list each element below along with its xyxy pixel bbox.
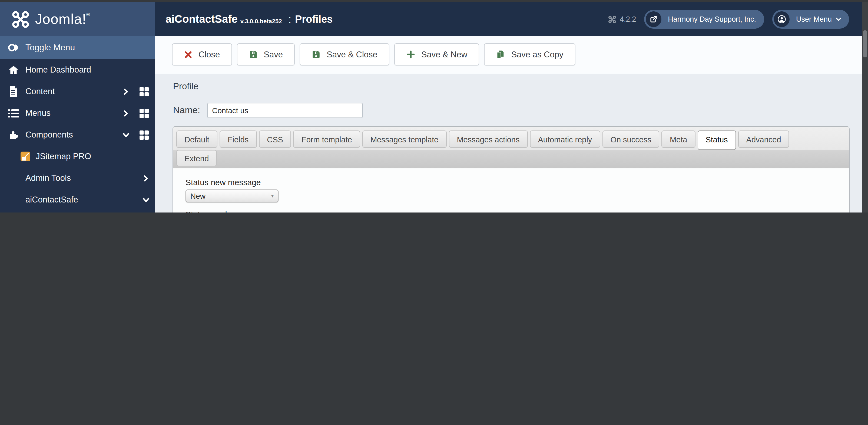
sidebar-item-label: Content — [25, 87, 55, 96]
chevron-down-icon[interactable] — [142, 196, 150, 204]
toolbar: Close Save Save & Close Save & New — [172, 43, 575, 65]
name-label: Name: — [173, 105, 200, 116]
button-label: Close — [198, 50, 220, 59]
tab-default[interactable]: Default — [176, 131, 217, 148]
status-new-select[interactable]: New ▾ — [186, 190, 279, 202]
user-menu-button[interactable]: User Menu — [772, 10, 849, 29]
sidebar-item-label: Components — [25, 130, 73, 140]
tab-automatic-reply[interactable]: Automatic reply — [530, 131, 600, 148]
page-heading: aiContactSafe v.3.0.0.beta252 : Profiles — [165, 2, 333, 36]
joomla-wordmark: Joomla!® — [35, 11, 90, 28]
home-icon — [7, 64, 20, 76]
tab-advanced[interactable]: Advanced — [738, 131, 789, 148]
sidebar-item-content[interactable]: Content — [0, 81, 155, 102]
user-menu-label: User Menu — [791, 15, 835, 23]
chevron-down-icon[interactable] — [122, 131, 130, 139]
sidebar-item-aicontactsafe[interactable]: aiContactSafe — [0, 189, 155, 210]
field-label: Status new message — [186, 177, 849, 187]
button-label: Save & Close — [327, 50, 377, 59]
toggle-menu-icon — [7, 42, 20, 54]
sidebar-item-dashboard[interactable]: Dashboard — [0, 210, 155, 213]
sidebar-item-components[interactable]: Components — [0, 124, 155, 146]
toggle-menu-button[interactable]: Toggle Menu — [0, 36, 155, 59]
tab-meta[interactable]: Meta — [662, 131, 695, 148]
sidebar-item-home-dashboard[interactable]: Home Dashboard — [0, 59, 155, 81]
save-close-button[interactable]: Save & Close — [300, 43, 390, 65]
tab-form-template[interactable]: Form template — [293, 131, 360, 148]
joomla-version-icon — [608, 15, 617, 24]
sidebar-item-label: Home Dashboard — [25, 65, 91, 75]
save-icon — [248, 50, 258, 59]
sidebar-item-label: Menus — [25, 108, 51, 118]
close-button[interactable]: Close — [172, 43, 232, 65]
tab-css[interactable]: CSS — [259, 131, 291, 148]
grid-icon[interactable] — [140, 130, 149, 139]
grid-icon[interactable] — [140, 109, 149, 118]
button-label: Save as Copy — [511, 50, 563, 59]
name-input[interactable] — [207, 103, 363, 118]
chevron-right-icon[interactable] — [142, 175, 149, 182]
name-row: Name: — [173, 103, 363, 118]
preview-site-button[interactable]: Harmony Day Support, Inc. — [644, 10, 764, 29]
select-arrow-icon: ▾ — [271, 193, 274, 199]
sidebar: Toggle Menu Home Dashboard Content — [0, 36, 155, 213]
sidebar-item-label: aiContactSafe — [25, 195, 78, 205]
scrollbar[interactable] — [862, 0, 868, 213]
sidebar-item-jsitemap-pro[interactable]: JSitemap PRO — [0, 146, 155, 167]
sidebar-item-admin-tools[interactable]: Admin Tools — [0, 167, 155, 189]
tab-row-1: Default Fields CSS Form template Message… — [176, 131, 846, 148]
save-new-button[interactable]: Save & New — [394, 43, 479, 65]
save-as-copy-button[interactable]: Save as Copy — [484, 43, 575, 65]
tab-messages-actions[interactable]: Messages actions — [448, 131, 528, 148]
top-header: Joomla!® aiContactSafe v.3.0.0.beta252 :… — [0, 2, 862, 36]
tab-extend[interactable]: Extend — [176, 150, 217, 166]
toolbar-zone: Close Save Save & Close Save & New — [155, 36, 862, 74]
browser-top-edge — [0, 0, 868, 2]
field-status-new: Status new message New ▾ — [186, 177, 849, 202]
scrollbar-thumb[interactable] — [863, 30, 867, 57]
tab-messages-template[interactable]: Messages template — [362, 131, 446, 148]
button-label: Save & New — [421, 50, 468, 59]
user-icon — [774, 11, 789, 27]
app-version: v.3.0.0.beta252 — [240, 18, 282, 24]
button-label: Save — [264, 50, 283, 59]
save-icon — [311, 50, 321, 59]
joomla-logo: Joomla!® — [0, 2, 155, 36]
chevron-right-icon[interactable] — [122, 88, 129, 95]
save-button[interactable]: Save — [237, 43, 295, 65]
list-icon — [7, 107, 20, 119]
toggle-menu-label: Toggle Menu — [25, 43, 75, 53]
sidebar-item-label: JSitemap PRO — [36, 151, 91, 161]
page-title: Profiles — [295, 13, 333, 25]
sidebar-item-menus[interactable]: Menus — [0, 102, 155, 124]
joomla-mark-icon — [11, 9, 30, 29]
copy-icon — [496, 50, 505, 59]
plus-icon — [406, 50, 415, 59]
select-value: New — [190, 192, 206, 200]
file-icon — [7, 86, 20, 97]
joomla-version-text: 4.2.2 — [620, 15, 636, 23]
site-name-label: Harmony Day Support, Inc. — [663, 15, 764, 23]
puzzle-icon — [7, 129, 20, 141]
tab-strip: Default Fields CSS Form template Message… — [173, 127, 849, 168]
main-content: Profile Name: Default Fields CSS Form te… — [155, 74, 862, 213]
tab-status[interactable]: Status — [698, 131, 736, 150]
chevron-down-icon — [835, 16, 842, 23]
close-icon — [184, 50, 192, 59]
external-link-icon — [646, 11, 661, 27]
field-status-read: Status read message Read ▾ — [186, 209, 849, 213]
joomla-version: 4.2.2 — [608, 15, 636, 24]
tab-on-success[interactable]: On success — [602, 131, 659, 148]
tab-fields[interactable]: Fields — [220, 131, 257, 148]
app-window: Joomla!® aiContactSafe v.3.0.0.beta252 :… — [0, 0, 868, 213]
profile-panel: Default Fields CSS Form template Message… — [173, 126, 849, 213]
title-separator: : — [288, 13, 291, 25]
jsitemap-icon — [21, 151, 30, 161]
chevron-right-icon[interactable] — [122, 110, 129, 117]
section-title: Profile — [173, 81, 198, 91]
grid-icon[interactable] — [140, 87, 149, 96]
status-tab-panel: Status new message New ▾ Status read mes… — [173, 168, 849, 213]
app-title: aiContactSafe — [165, 13, 238, 25]
tab-row-2: Extend — [173, 150, 849, 168]
header-actions: 4.2.2 Harmony Day Support, Inc. — [608, 2, 849, 36]
